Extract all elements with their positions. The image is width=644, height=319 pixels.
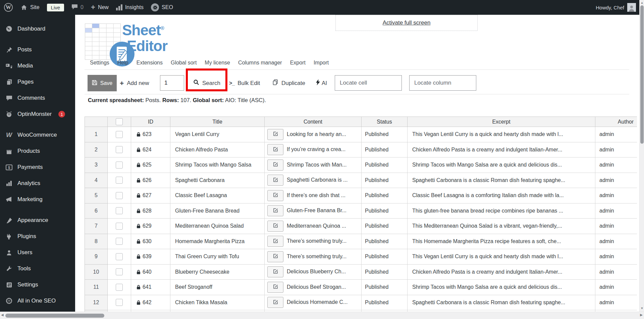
content-cell[interactable]: There’s something truly... bbox=[265, 249, 362, 265]
sidebar-item-tools[interactable]: Tools bbox=[0, 261, 75, 277]
excerpt-cell[interactable]: Classic Beef Lasagna is a comforting Ita… bbox=[408, 188, 595, 203]
content-cell[interactable]: Mediterranean Quinoa ... bbox=[265, 219, 362, 234]
row-number[interactable]: 7 bbox=[85, 219, 108, 234]
id-cell[interactable]: 623 bbox=[131, 127, 170, 142]
excerpt-cell[interactable]: Chicken Alfredo Pasta is a creamy and in… bbox=[408, 142, 595, 157]
excerpt-cell[interactable]: Chicken Alfredo Pasta is a creamy and in… bbox=[408, 264, 595, 280]
seo-button[interactable]: SEO bbox=[151, 3, 173, 11]
excerpt-cell[interactable]: This Homemade Margherita Pizza recipe fe… bbox=[408, 234, 595, 249]
content-cell[interactable]: Delicious Blueberry Ch... bbox=[265, 264, 362, 280]
id-cell[interactable]: 628 bbox=[131, 203, 170, 219]
save-button[interactable]: Save bbox=[88, 75, 117, 91]
content-cell[interactable]: Delicious Beef Strogan... bbox=[265, 280, 362, 295]
row-number[interactable]: 5 bbox=[85, 188, 108, 203]
content-cell[interactable]: Delicious Homemade C... bbox=[265, 295, 362, 310]
row-number[interactable]: 6 bbox=[85, 203, 108, 219]
insights-button[interactable]: Insights bbox=[116, 4, 144, 10]
author-cell[interactable]: admin bbox=[595, 295, 637, 310]
row-checkbox[interactable] bbox=[116, 238, 123, 245]
id-cell[interactable]: 629 bbox=[131, 219, 170, 234]
content-cell[interactable]: There’s something truly... bbox=[265, 234, 362, 249]
id-cell[interactable]: 640 bbox=[131, 264, 170, 280]
open-content-editor-button[interactable] bbox=[267, 205, 283, 216]
author-cell[interactable]: admin bbox=[595, 219, 637, 234]
title-cell[interactable]: Vegan Lentil Curry bbox=[170, 127, 265, 142]
status-cell[interactable]: Published bbox=[362, 264, 408, 280]
ai-button[interactable]: AI bbox=[316, 75, 327, 91]
row-number[interactable]: 4 bbox=[85, 173, 108, 188]
excerpt-cell[interactable]: Spaghetti Carbonara is a classic Roman d… bbox=[408, 173, 595, 188]
column-header-id[interactable]: ID bbox=[131, 117, 170, 127]
open-content-editor-button[interactable] bbox=[267, 175, 283, 186]
title-cell[interactable]: Blueberry Cheesecake bbox=[170, 264, 265, 280]
status-cell[interactable]: Published bbox=[362, 188, 408, 203]
id-cell[interactable]: 627 bbox=[131, 188, 170, 203]
author-cell[interactable]: admin bbox=[595, 234, 637, 249]
status-cell[interactable]: Published bbox=[362, 280, 408, 295]
row-number[interactable]: 10 bbox=[85, 264, 108, 280]
tab-my-license[interactable]: My license bbox=[205, 60, 230, 66]
sidebar-item-optinmonster[interactable]: OptinMonster 1 bbox=[0, 106, 75, 122]
row-checkbox[interactable] bbox=[116, 207, 123, 214]
tab-export[interactable]: Export bbox=[290, 60, 306, 66]
scroll-down-icon[interactable]: ▼ bbox=[640, 307, 644, 310]
account-menu[interactable]: Howdy, Chef bbox=[596, 3, 636, 12]
excerpt-cell[interactable]: Spaghetti Carbonara is a classic Roman d… bbox=[408, 295, 595, 310]
tab-extensions[interactable]: Extensions bbox=[137, 60, 163, 66]
tab-import[interactable]: Import bbox=[314, 60, 329, 66]
tab-help[interactable]: Help bbox=[117, 60, 128, 66]
id-cell[interactable]: 624 bbox=[131, 142, 170, 157]
status-cell[interactable]: Published bbox=[362, 234, 408, 249]
status-cell[interactable]: Published bbox=[362, 173, 408, 188]
sidebar-item-users[interactable]: Users bbox=[0, 244, 75, 261]
title-cell[interactable]: Chicken Alfredo Pasta bbox=[170, 142, 265, 157]
id-cell[interactable]: 630 bbox=[131, 234, 170, 249]
comments-bubble-button[interactable]: 0 bbox=[71, 4, 84, 11]
column-header-author[interactable]: Author bbox=[595, 117, 637, 127]
status-cell[interactable]: Published bbox=[362, 127, 408, 142]
author-cell[interactable]: admin bbox=[595, 203, 637, 219]
new-content-button[interactable]: + New bbox=[91, 4, 109, 11]
sidebar-item-pages[interactable]: Pages bbox=[0, 74, 75, 90]
row-checkbox[interactable] bbox=[116, 146, 123, 153]
author-cell[interactable]: admin bbox=[595, 249, 637, 265]
row-checkbox[interactable] bbox=[116, 223, 123, 230]
title-cell[interactable]: Shrimp Tacos with Mango Salsa bbox=[170, 157, 265, 173]
sidebar-item-posts[interactable]: Posts bbox=[0, 42, 75, 58]
open-content-editor-button[interactable] bbox=[267, 282, 283, 293]
excerpt-cell[interactable]: This Vegan Lentil Curry is a quick and h… bbox=[408, 249, 595, 265]
status-cell[interactable]: Published bbox=[362, 295, 408, 310]
tab-settings[interactable]: Settings bbox=[90, 60, 109, 66]
sidebar-item-analytics[interactable]: Analytics bbox=[0, 175, 75, 191]
row-checkbox[interactable] bbox=[116, 177, 123, 184]
vertical-scrollbar-thumb[interactable] bbox=[640, 5, 644, 144]
status-cell[interactable]: Published bbox=[362, 249, 408, 265]
bulk-edit-button[interactable]: >_ Bulk Edit bbox=[229, 75, 260, 91]
vertical-scrollbar[interactable]: ▲ ▼ bbox=[639, 0, 644, 312]
row-number[interactable]: 3 bbox=[85, 157, 108, 173]
excerpt-cell[interactable]: Shrimp Tacos with Mango Salsa are a quic… bbox=[408, 157, 595, 173]
content-cell[interactable]: If you’re craving a crea... bbox=[265, 142, 362, 157]
row-checkbox[interactable] bbox=[116, 284, 123, 291]
row-checkbox[interactable] bbox=[116, 299, 123, 306]
row-checkbox[interactable] bbox=[116, 131, 123, 138]
wordpress-menu-button[interactable]: W bbox=[4, 3, 13, 12]
open-content-editor-button[interactable] bbox=[267, 129, 283, 140]
excerpt-cell[interactable]: This Vegan Lentil Curry is a quick and h… bbox=[408, 127, 595, 142]
column-header-content[interactable]: Content bbox=[265, 117, 362, 127]
column-header-excerpt[interactable]: Excerpt bbox=[408, 117, 595, 127]
sidebar-item-media[interactable]: Media bbox=[0, 58, 75, 74]
status-cell[interactable]: Published bbox=[362, 142, 408, 157]
title-cell[interactable]: Spaghetti Carbonara bbox=[170, 173, 265, 188]
author-cell[interactable]: admin bbox=[595, 127, 637, 142]
content-cell[interactable]: Gluten-Free Banana Br... bbox=[265, 203, 362, 219]
corner-header-cell[interactable] bbox=[85, 117, 108, 127]
excerpt-cell[interactable]: Shrimp Tacos with Mango Salsa are a quic… bbox=[408, 280, 595, 295]
tab-global-sort[interactable]: Global sort bbox=[171, 60, 197, 66]
title-cell[interactable]: Homemade Margherita Pizza bbox=[170, 234, 265, 249]
row-number[interactable]: 9 bbox=[85, 249, 108, 265]
author-cell[interactable]: admin bbox=[595, 142, 637, 157]
sidebar-item-appearance[interactable]: Appearance bbox=[0, 212, 75, 228]
row-checkbox[interactable] bbox=[116, 268, 123, 275]
row-number[interactable]: 1 bbox=[85, 127, 108, 142]
